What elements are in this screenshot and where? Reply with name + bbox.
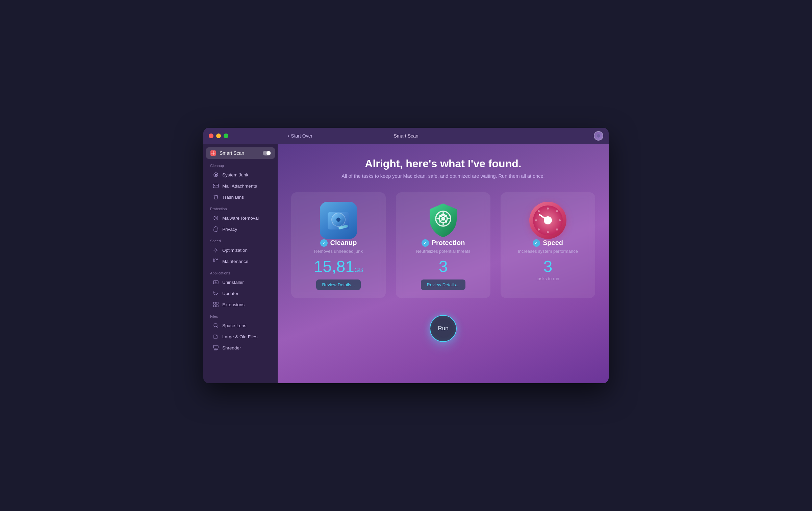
optimization-label: Optimization [222, 248, 248, 253]
mail-attachments-label: Mail Attachments [222, 184, 257, 189]
trash-icon [213, 194, 219, 200]
malware-removal-label: Malware Removal [222, 216, 259, 221]
cards-row: ✓ Cleanup Removes unneeded junk 15,81GB … [291, 192, 595, 298]
svg-rect-14 [216, 305, 218, 307]
speed-dial-icon [533, 205, 563, 236]
svg-point-28 [556, 228, 558, 230]
svg-point-23 [442, 217, 445, 220]
protection-title-row: ✓ Protection [422, 239, 465, 247]
svg-point-26 [556, 210, 558, 212]
svg-point-25 [547, 208, 549, 210]
svg-rect-16 [213, 345, 218, 348]
sidebar-item-privacy[interactable]: Privacy [206, 224, 275, 235]
malware-icon [213, 215, 219, 221]
smart-scan-toggle[interactable] [263, 151, 271, 155]
large-old-files-label: Large & Old Files [222, 334, 257, 339]
cleanup-number: 15,81GB [314, 259, 363, 275]
sidebar-item-mail-attachments[interactable]: Mail Attachments [206, 180, 275, 191]
main-panel: Alright, here's what I've found. All of … [278, 144, 609, 383]
speed-title-row: ✓ Speed [533, 239, 563, 247]
smart-scan-icon [210, 150, 216, 156]
cleanup-unit: GB [354, 267, 363, 273]
main-content: Smart Scan Cleanup System Junk [203, 144, 609, 383]
speed-subtitle: Increases system performance [518, 249, 578, 254]
avatar[interactable] [594, 131, 603, 141]
protection-card: ✓ Protection Neutralizes potential threa… [396, 192, 490, 298]
protection-review-button[interactable]: Review Details... [421, 279, 466, 290]
uninstaller-icon [213, 279, 219, 285]
extensions-label: Extensions [222, 302, 245, 307]
svg-rect-12 [216, 302, 218, 304]
shredder-label: Shredder [222, 345, 241, 350]
svg-point-29 [547, 231, 549, 233]
cleanup-title-row: ✓ Cleanup [320, 239, 357, 247]
section-protection: Protection [203, 203, 278, 212]
svg-point-32 [538, 210, 540, 212]
updater-label: Updater [222, 291, 238, 296]
extensions-icon [213, 301, 219, 308]
section-cleanup: Cleanup [203, 160, 278, 169]
privacy-icon [213, 226, 219, 232]
cleanup-check-icon: ✓ [320, 239, 328, 247]
svg-rect-3 [213, 184, 219, 188]
svg-point-34 [544, 216, 552, 224]
speed-number: 3 [543, 259, 553, 275]
svg-point-9 [215, 249, 217, 251]
section-applications: Applications [203, 267, 278, 276]
titlebar-center: Smart Scan [394, 133, 418, 139]
sidebar-item-shredder[interactable]: Shredder [206, 342, 275, 353]
section-speed: Speed [203, 235, 278, 244]
shredder-icon [213, 345, 219, 351]
close-button[interactable] [209, 133, 213, 138]
titlebar: ‹ Start Over Smart Scan [203, 128, 609, 144]
protection-icon-wrap [425, 202, 462, 239]
svg-point-19 [336, 217, 341, 222]
titlebar-title: Smart Scan [394, 133, 418, 139]
cleanup-subtitle: Removes unneeded junk [314, 249, 363, 254]
app-window: ‹ Start Over Smart Scan Smart Scan [203, 128, 609, 383]
sidebar-item-space-lens[interactable]: Space Lens [206, 320, 275, 331]
svg-point-27 [559, 219, 561, 221]
protection-card-title: Protection [432, 239, 465, 247]
back-arrow-icon: ‹ [288, 133, 289, 139]
sidebar-item-smart-scan[interactable]: Smart Scan [206, 147, 275, 159]
sidebar-item-trash-bins[interactable]: Trash Bins [206, 192, 275, 202]
maximize-button[interactable] [224, 133, 228, 138]
protection-check-icon: ✓ [422, 239, 429, 247]
traffic-lights [209, 133, 228, 138]
panel-subheading: All of the tasks to keep your Mac clean,… [341, 173, 544, 179]
cleanup-card: ✓ Cleanup Removes unneeded junk 15,81GB … [291, 192, 386, 298]
protection-subtitle: Neutralizes potential threats [416, 249, 470, 254]
speed-icon-wrap [529, 202, 566, 239]
sidebar-item-large-old-files[interactable]: Large & Old Files [206, 331, 275, 342]
updater-icon [213, 290, 219, 296]
run-button[interactable]: Run [430, 315, 457, 342]
sidebar-item-malware-removal[interactable]: Malware Removal [206, 213, 275, 223]
start-over-button[interactable]: ‹ Start Over [288, 133, 312, 139]
cleanup-review-button[interactable]: Review Details... [316, 279, 361, 290]
cleanup-card-title: Cleanup [330, 239, 357, 247]
maintenance-label: Maintenance [222, 259, 248, 264]
protection-shield-icon [426, 202, 460, 239]
run-button-wrap: Run [430, 315, 457, 342]
trash-bins-label: Trash Bins [222, 195, 244, 200]
back-label: Start Over [291, 133, 312, 139]
svg-rect-11 [213, 302, 215, 304]
sidebar-item-updater[interactable]: Updater [206, 288, 275, 299]
sidebar-item-system-junk[interactable]: System Junk [206, 169, 275, 180]
minimize-button[interactable] [216, 133, 221, 138]
space-lens-icon [213, 322, 219, 328]
svg-point-31 [535, 219, 537, 221]
mail-icon [213, 183, 219, 189]
speed-tasks-label: tasks to run [536, 276, 559, 281]
svg-point-30 [538, 228, 540, 230]
sidebar-item-extensions[interactable]: Extensions [206, 299, 275, 310]
maintenance-icon [213, 258, 219, 264]
sidebar-item-uninstaller[interactable]: Uninstaller [206, 277, 275, 288]
speed-check-icon: ✓ [533, 239, 540, 247]
sidebar-item-maintenance[interactable]: Maintenance [206, 256, 275, 267]
system-junk-label: System Junk [222, 172, 248, 177]
smart-scan-label: Smart Scan [220, 150, 259, 156]
sidebar-item-optimization[interactable]: Optimization [206, 245, 275, 256]
space-lens-label: Space Lens [222, 323, 246, 328]
